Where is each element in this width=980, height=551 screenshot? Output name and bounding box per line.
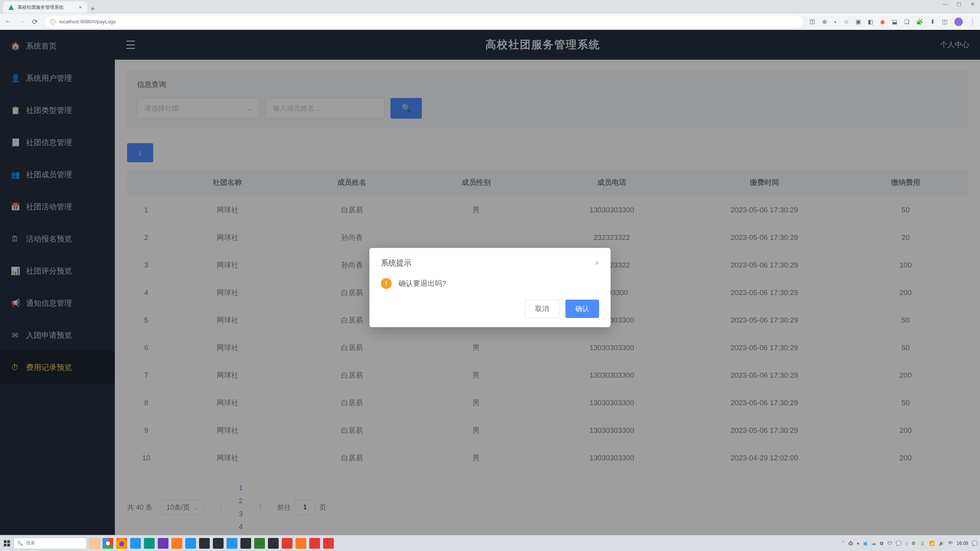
dialog-body: ! 确认要退出吗?	[381, 278, 599, 289]
taskbar-app-icon[interactable]	[213, 538, 224, 549]
browser-action-icons: ⚿ ⊕ ⭑ ☆ ▣ ◧ ◉ ⬓ ❏ 🧩 ⬇ ◫ ⋮	[810, 18, 975, 26]
nav-reload-icon[interactable]: ⟳	[32, 18, 38, 26]
window-minimize-icon[interactable]: —	[942, 1, 947, 7]
notification-center-icon[interactable]: 💬	[972, 541, 978, 546]
os-window-controls: — ▢ ✕	[937, 0, 980, 8]
extensions-icon[interactable]: 🧩	[916, 18, 923, 25]
ext2-icon[interactable]: ⬓	[892, 18, 897, 25]
browser-chrome: 高校社团服务管理系统 × + ← → ⟳ i localhost:8080/#/…	[0, 0, 980, 30]
taskbar-search[interactable]: 🔍 搜索	[14, 538, 87, 549]
url-text: localhost:8080/#/payLogs	[59, 19, 116, 24]
taskbar-pinned-apps	[103, 538, 334, 549]
tray-icon[interactable]: 💬	[896, 541, 902, 546]
tab-close-icon[interactable]: ×	[79, 4, 82, 10]
browser-menu-icon[interactable]: ⋮	[970, 18, 975, 25]
cancel-button[interactable]: 取消	[525, 300, 559, 318]
camera-icon[interactable]: ▣	[856, 18, 861, 25]
address-bar-row: ← → ⟳ i localhost:8080/#/payLogs ⚿ ⊕ ⭑ ☆…	[0, 13, 980, 30]
dialog-title: 系统提示	[381, 258, 412, 268]
tray-icon[interactable]: 🔋	[920, 541, 925, 546]
taskbar-app-icon[interactable]	[296, 538, 306, 549]
favicon-icon	[8, 5, 14, 10]
profile-avatar[interactable]	[954, 18, 963, 26]
taskbar-app-icon[interactable]	[130, 538, 141, 549]
browser-tab[interactable]: 高校社团服务管理系统 ×	[3, 2, 87, 13]
taskbar-app-icon[interactable]	[227, 538, 237, 549]
tray-volume-icon[interactable]: 🔊	[939, 541, 944, 546]
window-close-icon[interactable]: ✕	[970, 1, 975, 7]
tray-icon[interactable]: ✿	[880, 541, 884, 546]
dialog-footer: 取消 确认	[381, 300, 599, 318]
dialog-header: 系统提示 ×	[381, 258, 599, 268]
ext3-icon[interactable]: ❏	[904, 18, 909, 25]
taskbar-app-icon[interactable]	[172, 538, 182, 549]
taskbar-app-icon[interactable]	[282, 538, 292, 549]
taskbar-app-icon[interactable]	[199, 538, 210, 549]
taskbar-app-icon[interactable]	[268, 538, 279, 549]
nav-forward-icon[interactable]: →	[18, 18, 25, 26]
system-tray: ˄ ⏻ ● ▣ ☁ ✿ 🛡 💬 ↕ ⚙ 🔋 📶 🔊 中 16:09 💬	[842, 540, 978, 546]
taskbar-app-icon[interactable]	[185, 538, 196, 549]
modal-overlay: 系统提示 × ! 确认要退出吗? 取消 确认	[0, 30, 980, 535]
panel-icon[interactable]: ◫	[942, 18, 947, 25]
tray-icon[interactable]: ▣	[863, 541, 867, 546]
confirm-button-label: 确认	[575, 304, 589, 313]
tray-icon[interactable]: ⏻	[848, 541, 853, 546]
tray-icon[interactable]: 🛡	[887, 541, 892, 546]
confirm-dialog: 系统提示 × ! 确认要退出吗? 取消 确认	[369, 248, 611, 327]
translate-icon[interactable]: ⭑	[834, 18, 837, 25]
tray-icon[interactable]: ●	[857, 541, 859, 546]
taskbar-app-icon[interactable]	[254, 538, 265, 549]
tab-title: 高校社团服务管理系统	[18, 4, 64, 11]
tray-icon[interactable]: ⚙	[911, 541, 916, 546]
os-taskbar: 🔍 搜索 ˄ ⏻ ● ▣ ☁ ✿ 🛡 💬 ↕ ⚙ 🔋 📶 🔊 中	[0, 535, 980, 551]
svg-rect-3	[7, 544, 10, 546]
tray-chevron-icon[interactable]: ˄	[842, 541, 844, 546]
start-button[interactable]	[2, 539, 11, 548]
taskbar-user-avatar[interactable]	[89, 538, 100, 549]
cancel-button-label: 取消	[535, 304, 549, 313]
dialog-close-icon[interactable]: ×	[595, 259, 599, 267]
svg-rect-1	[7, 540, 10, 543]
window-maximize-icon[interactable]: ▢	[957, 1, 961, 7]
bookmark-icon[interactable]: ☆	[844, 18, 849, 25]
taskbar-app-icon[interactable]	[309, 538, 320, 549]
search-icon: 🔍	[17, 541, 23, 546]
taskbar-app-icon[interactable]	[323, 538, 334, 549]
site-info-icon[interactable]: i	[50, 19, 56, 24]
tray-ime-icon[interactable]: 中	[948, 540, 953, 546]
nav-back-icon[interactable]: ←	[5, 18, 11, 26]
confirm-button[interactable]: 确认	[565, 300, 599, 318]
tab-strip: 高校社团服务管理系统 × +	[0, 0, 980, 13]
svg-rect-0	[4, 540, 7, 543]
ext-adblock-icon[interactable]: ◉	[880, 18, 885, 25]
taskbar-app-chrome-icon[interactable]	[103, 538, 113, 549]
address-bar[interactable]: i localhost:8080/#/payLogs	[45, 16, 803, 28]
tray-icon[interactable]: ☁	[871, 541, 876, 546]
app-viewport: 🏠 系统首页👤 系统用户管理📋 社团类型管理🧾 社团信息管理👥 社团成员管理📅 …	[0, 30, 980, 535]
taskbar-app-icon[interactable]	[240, 538, 251, 549]
download-icon[interactable]: ⬇	[930, 18, 935, 25]
new-tab-button[interactable]: +	[87, 5, 98, 13]
svg-rect-2	[4, 544, 7, 546]
key-icon[interactable]: ⚿	[810, 18, 815, 25]
taskbar-app-firefox-icon[interactable]	[116, 538, 127, 549]
taskbar-search-placeholder: 搜索	[26, 540, 35, 546]
tray-icon[interactable]: ↕	[905, 541, 908, 546]
taskbar-app-icon[interactable]	[144, 538, 155, 549]
warning-icon: !	[381, 278, 392, 289]
taskbar-app-icon[interactable]	[158, 538, 168, 549]
dialog-message: 确认要退出吗?	[399, 279, 446, 289]
zoom-icon[interactable]: ⊕	[822, 18, 827, 25]
tray-network-icon[interactable]: 📶	[929, 541, 935, 546]
ext1-icon[interactable]: ◧	[868, 18, 873, 25]
taskbar-clock[interactable]: 16:09	[957, 541, 968, 546]
